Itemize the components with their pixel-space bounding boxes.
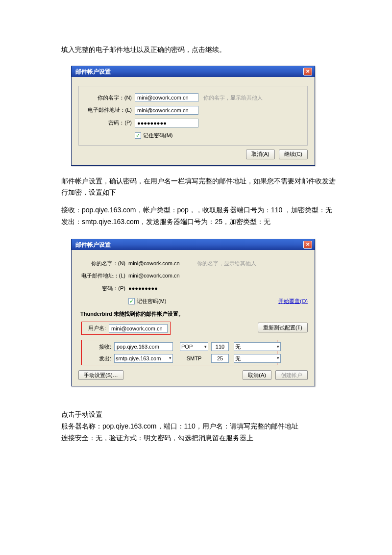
recv-server-input[interactable] <box>114 342 173 351</box>
paragraph-security: 连接安全：无，验证方式：明文密码，勾选把消息留在服务器上 <box>61 432 338 444</box>
retest-button[interactable]: 重新测试配置(T) <box>258 323 308 332</box>
cancel-button[interactable]: 取消(A) <box>243 370 271 380</box>
cancel-button[interactable]: 取消(A) <box>246 150 275 159</box>
password-label: 密码：(P) <box>85 118 132 127</box>
email-value: mini@cowork.com.cn <box>128 271 180 280</box>
chevron-down-icon: ▾ <box>169 354 172 362</box>
paragraph-intro: 填入完整的电子邮件地址以及正确的密码，点击继续。 <box>61 44 338 56</box>
password-label: 密码：(P) <box>78 284 125 293</box>
paragraph-settings-desc: 邮件帐户设置，确认密码，在用户名一栏填写完整的邮件地址，如果您不需要对邮件收发进… <box>61 176 338 199</box>
name-value: mini@cowork.com.cn <box>128 259 192 268</box>
dialog-account-setup-1: 邮件帐户设置 ✕ 你的名字：(N) 你的名字，显示给其他人 电子邮件地址：(L)… <box>71 66 315 166</box>
password-value: ●●●●●●●●● <box>128 284 158 293</box>
name-label: 你的名字：(N) <box>85 93 132 102</box>
create-account-button[interactable]: 创建帐户 <box>275 370 308 380</box>
remember-checkbox[interactable]: ✓ <box>128 298 135 304</box>
send-port-input[interactable] <box>211 354 229 363</box>
paragraph-recv: 接收：pop.qiye.163.com，帐户类型：pop，，收取服务器端口号为：… <box>61 204 338 216</box>
recv-port-input[interactable] <box>211 342 229 351</box>
send-label: 发出: <box>87 354 111 363</box>
email-input[interactable] <box>135 106 198 115</box>
restart-link[interactable]: 开始覆盖(O) <box>278 297 308 306</box>
dialog-account-setup-2: 邮件帐户设置 ✕ 你的名字：(N) mini@cowork.com.cn 你的名… <box>71 239 315 387</box>
send-server-select[interactable]: smtp.qiye.163.com▾ <box>114 354 173 363</box>
username-input[interactable] <box>109 324 168 333</box>
paragraph-manual: 点击手动设置 <box>61 409 338 421</box>
send-enc-select[interactable]: 无▾ <box>234 354 281 363</box>
password-input[interactable] <box>135 119 198 127</box>
window-title: 邮件帐户设置 <box>75 240 111 250</box>
continue-button[interactable]: 继续(C) <box>279 150 308 159</box>
name-hint: 你的名字，显示给其他人 <box>197 259 256 268</box>
remember-label: 记住密码(M) <box>137 297 167 306</box>
username-label: 用户名: <box>84 324 106 333</box>
titlebar: 邮件帐户设置 ✕ <box>72 66 315 77</box>
close-icon[interactable]: ✕ <box>303 68 312 76</box>
recv-proto-select[interactable]: POP▾ <box>180 342 208 351</box>
paragraph-send: 发出：smtp.qiye.163.com，发送服务器端口号为：25，加密类型：无 <box>61 216 338 228</box>
name-input[interactable] <box>135 93 198 102</box>
chevron-down-icon: ▾ <box>277 343 279 351</box>
not-found-title: Thunderbird 未能找到你的邮件帐户设置。 <box>80 309 308 319</box>
remember-checkbox[interactable]: ✓ <box>135 132 141 139</box>
email-label: 电子邮件地址：(L) <box>78 271 125 280</box>
paragraph-server: 服务器名称：pop.qiye.163.com，端口：110，用户名：请填写完整的… <box>61 421 338 432</box>
titlebar: 邮件帐户设置 ✕ <box>72 239 315 250</box>
chevron-down-icon: ▾ <box>204 343 207 351</box>
name-hint: 你的名字，显示给其他人 <box>203 93 263 102</box>
send-proto-label: SMTP <box>180 354 208 363</box>
manual-settings-button[interactable]: 手动设置(S)… <box>78 370 123 380</box>
email-label: 电子邮件地址：(L) <box>85 105 132 115</box>
recv-enc-select[interactable]: 无▾ <box>234 342 281 351</box>
recv-label: 接收: <box>87 342 111 352</box>
remember-label: 记住密码(M) <box>143 131 173 140</box>
window-title: 邮件帐户设置 <box>75 67 111 76</box>
name-label: 你的名字：(N) <box>78 259 125 268</box>
chevron-down-icon: ▾ <box>277 354 279 362</box>
close-icon[interactable]: ✕ <box>303 241 312 249</box>
